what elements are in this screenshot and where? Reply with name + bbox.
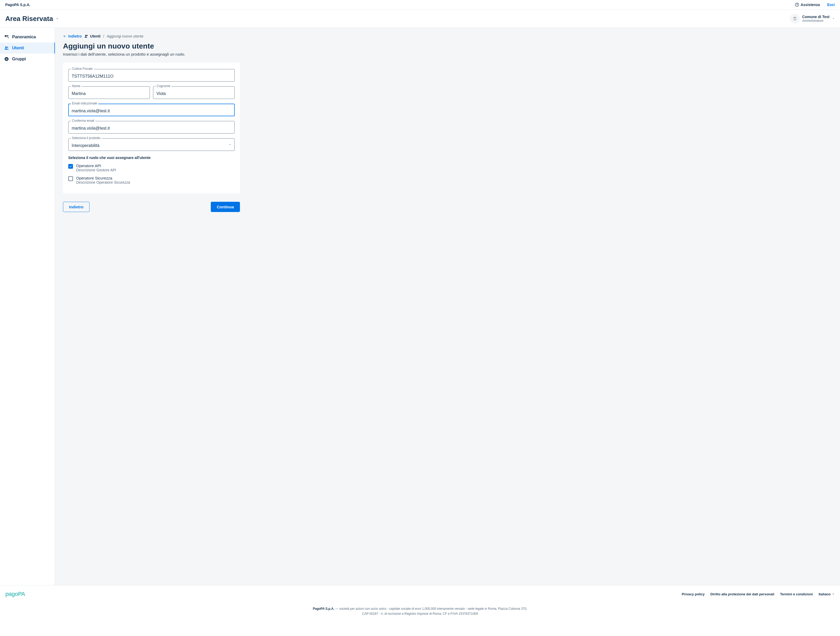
page-subtitle: Inserisci i dati dell'utente, seleziona … <box>63 52 832 57</box>
continue-button[interactable]: Continua <box>211 202 240 212</box>
sidebar-item-label: Panoramica <box>12 35 36 39</box>
svg-point-9 <box>5 57 9 61</box>
footer-links: Privacy policy Diritto alla protezione d… <box>682 592 835 596</box>
product-select[interactable] <box>68 138 235 151</box>
users-icon <box>84 34 88 38</box>
footer-legal-line2: CAP 00187 - n. di iscrizione a Registro … <box>362 612 478 616</box>
field-label: Seleziona il prodotto <box>71 136 102 140</box>
area-title-label: Area Riservata <box>5 15 53 23</box>
building-icon <box>793 16 797 21</box>
field-label: Codice Fiscale <box>71 67 94 71</box>
sidebar-item-label: Gruppi <box>12 57 26 61</box>
caret-down-icon <box>832 17 835 20</box>
layout: + Panoramica Utenti Gruppi Indietro Uten… <box>0 28 840 585</box>
form-card: Codice Fiscale Nome Cognome Email istitu… <box>63 63 240 194</box>
confirm-email-input[interactable] <box>68 121 235 134</box>
svg-point-11 <box>7 58 8 59</box>
codice-fiscale-input[interactable] <box>68 69 235 82</box>
breadcrumb: Indietro Utenti / Aggiungi nuovo utente <box>63 34 832 38</box>
pagopa-logo: pagoPA <box>5 590 25 597</box>
back-button[interactable]: Indietro <box>63 202 90 212</box>
page-title: Aggiungi un nuovo utente <box>63 42 832 50</box>
exit-link[interactable]: Esci <box>827 3 835 7</box>
footer-terms-link[interactable]: Termini e condizioni <box>780 592 813 596</box>
breadcrumb-users[interactable]: Utenti <box>84 34 101 38</box>
footer-gdpr-link[interactable]: Diritto alla protezione dei dati persona… <box>711 592 774 596</box>
role-name: Operatore API <box>76 164 116 168</box>
role-text: Operatore Sicurezza Descrizione Operator… <box>76 176 130 184</box>
breadcrumb-users-label: Utenti <box>90 34 101 38</box>
svg-point-10 <box>6 58 6 59</box>
svg-rect-4 <box>7 36 8 37</box>
breadcrumb-separator: / <box>103 34 104 38</box>
actions-row: Indietro Continua <box>63 202 240 212</box>
org-avatar <box>790 14 800 24</box>
area-dropdown[interactable]: Area Riservata <box>5 15 59 23</box>
chevron-down-icon <box>832 592 835 596</box>
field-nome: Nome <box>68 86 150 99</box>
brand-name: PagoPA S.p.A. <box>5 3 30 7</box>
field-codice-fiscale: Codice Fiscale <box>68 69 235 82</box>
field-label: Email istituzionale <box>71 102 98 105</box>
users-icon <box>4 46 9 50</box>
svg-text:+: + <box>8 36 9 39</box>
dashboard-icon: + <box>4 35 9 39</box>
svg-point-13 <box>87 35 88 36</box>
cognome-input[interactable] <box>153 86 235 99</box>
svg-rect-2 <box>5 35 6 37</box>
footer-links-bar: pagoPA Privacy policy Diritto alla prote… <box>0 585 840 603</box>
role-desc: Descrizione Operatore Sicurezza <box>76 180 130 184</box>
field-email: Email istituzionale <box>68 104 235 116</box>
language-label: Italiano <box>818 592 831 596</box>
svg-point-7 <box>5 46 7 48</box>
field-label: Nome <box>71 84 81 88</box>
field-product: Seleziona il prodotto <box>68 138 235 151</box>
topbar-actions: Assistenza Esci <box>795 3 835 7</box>
help-icon <box>795 3 799 7</box>
role-name: Operatore Sicurezza <box>76 176 130 180</box>
subheader: Area Riservata Comune di Test Amministra… <box>0 10 840 28</box>
svg-point-12 <box>85 35 87 36</box>
groups-icon <box>4 57 9 61</box>
role-desc: Descrizione Gestore API <box>76 168 116 172</box>
footer-legal: PagoPA S.p.A. — società per azioni con s… <box>0 603 840 624</box>
sidebar-item-utenti[interactable]: Utenti <box>0 43 55 54</box>
language-selector[interactable]: Italiano <box>818 592 835 596</box>
nome-input[interactable] <box>68 86 150 99</box>
field-label: Conferma email <box>71 119 95 123</box>
role-text: Operatore API Descrizione Gestore API <box>76 164 116 172</box>
main-content: Indietro Utenti / Aggiungi nuovo utente … <box>55 28 840 585</box>
svg-point-8 <box>7 47 8 48</box>
check-icon <box>69 165 72 168</box>
checkbox-checked[interactable] <box>68 164 73 169</box>
footer-legal-company: PagoPA S.p.A. <box>313 607 335 611</box>
org-selector[interactable]: Comune di Test Amministratore <box>790 14 835 24</box>
footer-legal-line1: — società per azioni con socio unico - c… <box>335 607 527 611</box>
topbar: PagoPA S.p.A. Assistenza Esci <box>0 0 840 10</box>
caret-down-icon <box>56 17 59 20</box>
sidebar-item-panoramica[interactable]: + Panoramica <box>0 31 55 43</box>
sidebar: + Panoramica Utenti Gruppi <box>0 28 55 585</box>
breadcrumb-back[interactable]: Indietro <box>63 34 82 38</box>
field-confirm-email: Conferma email <box>68 121 235 134</box>
field-label: Cognome <box>156 84 171 88</box>
roles-heading: Seleziona il ruolo che vuoi assegnare al… <box>68 156 235 160</box>
arrow-left-icon <box>63 35 67 38</box>
role-option-operatore-api[interactable]: Operatore API Descrizione Gestore API <box>68 164 235 172</box>
email-input[interactable] <box>68 104 235 116</box>
org-name: Comune di Test <box>802 15 829 19</box>
breadcrumb-current: Aggiungi nuovo utente <box>107 34 143 38</box>
footer-privacy-link[interactable]: Privacy policy <box>682 592 704 596</box>
breadcrumb-back-label: Indietro <box>68 34 82 38</box>
org-meta: Comune di Test Amministratore <box>802 15 829 22</box>
org-role: Amministratore <box>802 19 829 22</box>
help-label: Assistenza <box>801 3 820 7</box>
svg-rect-3 <box>7 35 8 36</box>
help-link[interactable]: Assistenza <box>795 3 820 7</box>
sidebar-item-gruppi[interactable]: Gruppi <box>0 54 55 65</box>
sidebar-item-label: Utenti <box>12 46 24 50</box>
chevron-down-icon <box>228 143 232 146</box>
role-option-operatore-sicurezza[interactable]: Operatore Sicurezza Descrizione Operator… <box>68 176 235 184</box>
checkbox-unchecked[interactable] <box>68 176 73 181</box>
field-cognome: Cognome <box>153 86 235 99</box>
